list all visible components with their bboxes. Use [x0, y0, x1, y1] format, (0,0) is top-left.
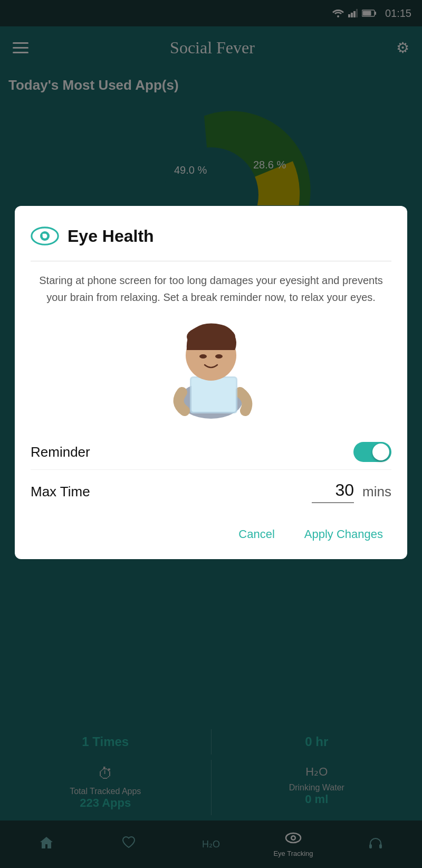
svg-point-14: [43, 234, 45, 236]
svg-point-20: [199, 354, 207, 358]
reminder-row: Reminder: [31, 435, 391, 470]
toggle-knob: [372, 444, 389, 460]
eye-health-dialog: Eye Health Staring at phone screen for t…: [15, 206, 407, 559]
dialog-header: Eye Health: [31, 222, 391, 250]
dialog-buttons: Cancel Apply Changes: [31, 522, 391, 546]
dialog-title: Eye Health: [68, 227, 154, 246]
eye-icon-svg: [31, 224, 59, 248]
max-time-row: Max Time 30 mins: [31, 470, 391, 514]
apply-changes-button[interactable]: Apply Changes: [296, 522, 391, 546]
cancel-button[interactable]: Cancel: [230, 522, 283, 546]
max-time-label: Max Time: [31, 484, 90, 500]
max-time-value-area: 30 mins: [312, 480, 391, 503]
svg-rect-17: [191, 378, 236, 412]
reminder-label: Reminder: [31, 444, 90, 460]
reading-illustration: [148, 318, 274, 419]
eye-health-icon: [31, 222, 59, 250]
illustration: [31, 318, 391, 419]
max-time-value[interactable]: 30: [312, 480, 354, 503]
reminder-toggle[interactable]: [353, 442, 391, 462]
max-time-unit: mins: [362, 484, 391, 500]
dialog-description: Staring at phone screen for too long dam…: [31, 272, 391, 306]
dialog-divider: [31, 261, 391, 261]
svg-point-21: [215, 354, 223, 358]
